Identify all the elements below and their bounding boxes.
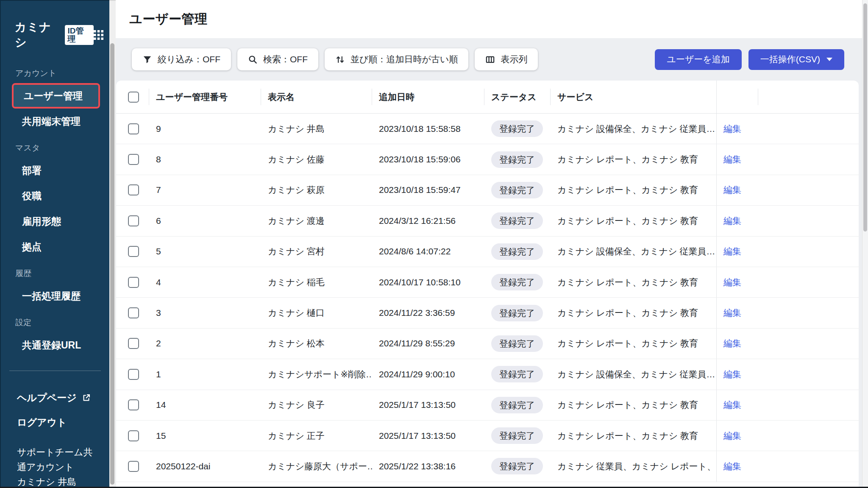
row-checkbox[interactable] [128,338,139,349]
sidebar-item-user-management[interactable]: ユーザー管理 [12,83,100,109]
columns-button-label: 表示列 [501,53,527,65]
column-header-display-name[interactable]: 表示名 [261,81,372,113]
column-header-status[interactable]: ステータス [484,81,551,113]
cell-user-id: 15 [149,421,261,451]
bulk-operation-button-label: 一括操作(CSV) [760,53,820,65]
column-header-user-id[interactable]: ユーザー管理番号 [149,81,261,113]
row-checkbox[interactable] [128,399,139,410]
edit-link[interactable]: 編集 [723,153,741,165]
cell-blank [758,267,859,297]
cell-user-id: 3 [149,298,261,328]
row-checkbox-cell [116,451,149,481]
help-page-link[interactable]: ヘルプページ [1,385,109,410]
row-checkbox[interactable] [128,461,139,472]
id-management-badge: ID管理 [65,25,94,45]
cell-blank [758,359,859,389]
cell-blank [758,451,859,481]
sort-button[interactable]: 並び順：追加日時が古い順 [325,48,468,70]
table-row: 6 カミナシ 渡邊 2024/3/12 16:21:56 登録完了 カミナシ レ… [116,206,859,236]
row-checkbox[interactable] [128,123,139,134]
filter-button[interactable]: 絞り込み：OFF [132,48,231,70]
cell-actions: 編集 [716,390,758,420]
sidebar-item-label: 拠点 [22,240,42,254]
cell-display-name: カミナシ 松本 [261,329,372,359]
sort-arrows-icon [335,55,345,64]
row-checkbox[interactable] [128,369,139,380]
logout-button[interactable]: ログアウト [1,410,109,435]
status-badge: 登録完了 [491,427,543,444]
row-checkbox-cell [116,206,149,236]
cell-user-id: 9 [149,114,261,144]
cell-status: 登録完了 [484,206,551,236]
account-user-name: カミナシ 井島 [17,474,99,488]
cell-display-name: カミナシ 佐藤 [261,144,372,174]
row-checkbox-cell [116,421,149,451]
row-checkbox-cell [116,144,149,174]
sidebar-scrollbar-thumb[interactable] [110,43,114,485]
bulk-operation-button[interactable]: 一括操作(CSV) [748,49,844,70]
columns-button[interactable]: 表示列 [475,48,538,70]
select-all-checkbox[interactable] [128,92,139,103]
main-content: ユーザー管理 絞り込み：OFF 検索：OFF [116,0,868,488]
cell-actions: 編集 [716,206,758,236]
cell-services: カミナシ レポート、カミナシ 教育 [551,329,716,359]
edit-link[interactable]: 編集 [723,276,741,288]
sidebar-item-employment-type[interactable]: 雇用形態 [1,209,109,234]
user-table: ユーザー管理番号 表示名 追加日時 ステータス サービス 9 カミナシ 井島 [116,81,859,488]
edit-link[interactable]: 編集 [723,245,741,257]
sidebar-item-department[interactable]: 部署 [1,158,109,183]
cell-added-at: 2024/11/29 9:00:10 [372,359,484,389]
app-grid-icon[interactable] [94,30,103,40]
sidebar-item-position[interactable]: 役職 [1,183,109,209]
edit-link[interactable]: 編集 [723,368,741,380]
row-checkbox[interactable] [128,154,139,165]
sidebar-item-shared-device-management[interactable]: 共用端末管理 [1,109,109,134]
cell-added-at: 2025/1/17 13:13:50 [372,421,484,451]
cell-actions: 編集 [716,114,758,144]
edit-link[interactable]: 編集 [723,430,741,442]
cell-actions: 編集 [716,175,758,205]
column-header-blank [758,81,859,113]
cell-added-at: 2024/11/22 3:36:59 [372,298,484,328]
brand-logo-text: カミナシ [15,20,61,50]
edit-link[interactable]: 編集 [723,337,741,349]
row-checkbox[interactable] [128,246,139,257]
search-button[interactable]: 検索：OFF [237,48,318,70]
row-checkbox[interactable] [128,215,139,226]
column-header-services[interactable]: サービス [551,81,716,113]
sidebar-item-common-registration-url[interactable]: 共通登録URL [1,332,109,358]
id-management-app: カミナシ ID管理 アカウント ユーザー管理 共用端末管理 マスタ 部署 [0,0,868,488]
add-user-button[interactable]: ユーザーを追加 [655,49,741,70]
sidebar-item-batch-history[interactable]: 一括処理履歴 [1,283,109,309]
page-scrollbar[interactable] [862,0,868,488]
cell-blank [758,421,859,451]
cell-services: カミナシ レポート、カミナシ 教育 [551,267,716,297]
column-header-added-at[interactable]: 追加日時 [372,81,484,113]
status-badge: 登録完了 [491,305,543,321]
sort-button-label: 並び順：追加日時が古い順 [351,53,458,65]
row-checkbox[interactable] [128,184,139,195]
row-checkbox[interactable] [128,430,139,441]
row-checkbox[interactable] [128,277,139,288]
edit-link[interactable]: 編集 [723,184,741,196]
edit-link[interactable]: 編集 [723,460,741,472]
status-badge: 登録完了 [491,151,543,168]
external-link-icon [82,393,91,402]
section-label-account: アカウント [15,68,109,79]
edit-link[interactable]: 編集 [723,307,741,319]
edit-link[interactable]: 編集 [723,399,741,411]
page-scrollbar-thumb[interactable] [863,3,867,231]
cell-added-at: 2025/1/22 13:38:16 [372,451,484,481]
search-button-label: 検索：OFF [263,53,308,65]
table-row: 1 カミナシサポート※削除… 2024/11/29 9:00:10 登録完了 カ… [116,359,859,390]
table-row: 14 カミナシ 良子 2025/1/17 13:13:50 登録完了 カミナシ … [116,390,859,421]
sidebar-item-site[interactable]: 拠点 [1,234,109,259]
row-checkbox[interactable] [128,307,139,318]
cell-user-id: 5 [149,237,261,267]
edit-link[interactable]: 編集 [723,215,741,227]
cell-services: カミナシ 従業員、カミナシ レポート、… [551,451,716,481]
cell-actions: 編集 [716,329,758,359]
sidebar-scrollbar[interactable] [109,0,116,488]
cell-user-id: 8 [149,144,261,174]
edit-link[interactable]: 編集 [723,123,741,135]
